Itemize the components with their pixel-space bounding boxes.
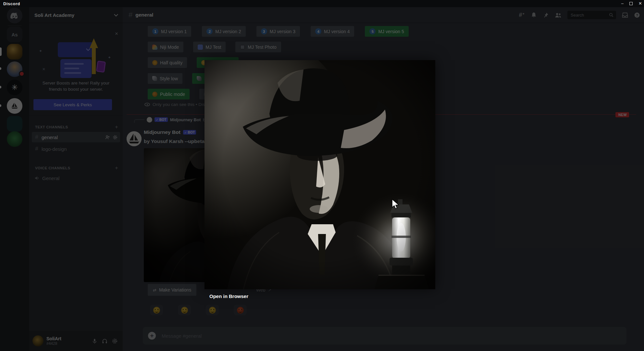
app-title: Discord (3, 1, 20, 6)
minimize-button[interactable]: – (621, 0, 624, 7)
open-in-browser-link[interactable]: Open in Browser (209, 293, 248, 299)
title-bar: Discord – ✕ (0, 0, 644, 7)
close-button[interactable]: ✕ (638, 0, 642, 7)
maximize-button[interactable] (629, 2, 633, 5)
modal-image[interactable] (204, 60, 435, 289)
discord-app: Discord – ✕ As ✳ Soli Art Academy (0, 0, 644, 351)
